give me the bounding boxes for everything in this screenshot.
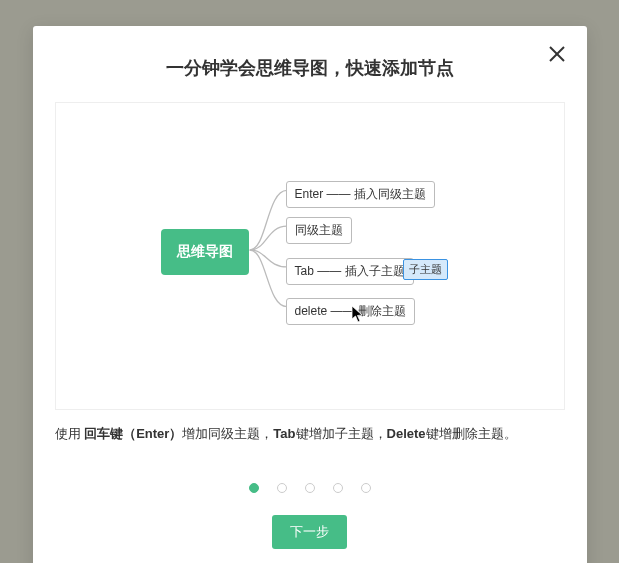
cursor-icon [351, 305, 365, 323]
caption-text: 键增加子主题， [296, 426, 387, 441]
caption-text: 键增删除主题。 [426, 426, 517, 441]
guide-dialog: 一分钟学会思维导图，快速添加节点 思维导图 Enter —— 插入同级主题 同级… [33, 26, 587, 563]
root-node: 思维导图 [161, 229, 249, 275]
child-node: 同级主题 [286, 217, 352, 244]
dot-4[interactable] [333, 483, 343, 493]
caption-key: Delete [387, 426, 426, 441]
pagination-dots [55, 483, 565, 493]
caption-key: 回车键（Enter） [84, 426, 182, 441]
dialog-title: 一分钟学会思维导图，快速添加节点 [55, 56, 565, 80]
child-node: Enter —— 插入同级主题 [286, 181, 435, 208]
caption-text: 增加同级主题， [182, 426, 273, 441]
caption: 使用 回车键（Enter）增加同级主题，Tab键增加子主题，Delete键增删除… [55, 424, 565, 445]
illustration-canvas: 思维导图 Enter —— 插入同级主题 同级主题 Tab —— 插入子主题 d… [55, 102, 565, 410]
caption-text: 使用 [55, 426, 85, 441]
dot-3[interactable] [305, 483, 315, 493]
sub-node: 子主题 [403, 259, 448, 280]
dot-1[interactable] [249, 483, 259, 493]
dot-5[interactable] [361, 483, 371, 493]
child-node: Tab —— 插入子主题 [286, 258, 414, 285]
dot-2[interactable] [277, 483, 287, 493]
caption-key: Tab [273, 426, 295, 441]
next-button[interactable]: 下一步 [272, 515, 347, 549]
close-icon[interactable] [545, 42, 569, 66]
